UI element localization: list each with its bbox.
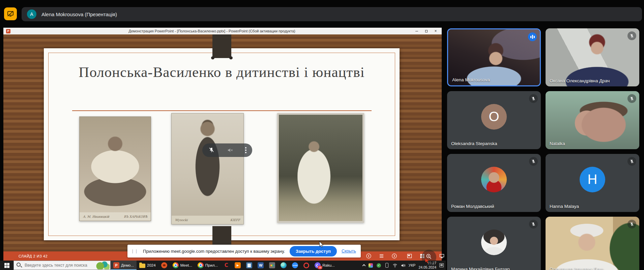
mic-off-icon bbox=[627, 157, 636, 166]
taskbar-app-powerpoint[interactable]: P Демо... bbox=[111, 261, 137, 270]
tile-controls-pill bbox=[202, 143, 252, 157]
zoom-into-slide-button[interactable] bbox=[421, 250, 436, 265]
presenter-header: A Alena Mokrousova (Презентація) bbox=[22, 7, 642, 21]
photo-schoolgirl-portrait: Wysocki KIEFF bbox=[171, 113, 244, 224]
hide-notification-link[interactable]: Скрыть bbox=[342, 249, 356, 253]
taskbar-app-word[interactable]: W bbox=[255, 261, 266, 270]
your-phone-icon[interactable] bbox=[384, 263, 389, 268]
slide-flag-icon[interactable] bbox=[407, 253, 412, 259]
windows-logo-icon bbox=[4, 263, 9, 268]
scanner-icon bbox=[269, 262, 275, 268]
language-indicator[interactable]: УКР bbox=[409, 263, 416, 267]
search-input[interactable] bbox=[24, 263, 91, 268]
drag-handle[interactable]: ❘❘ bbox=[131, 249, 138, 253]
viber-icon: 18 bbox=[315, 262, 321, 268]
participant-tile-maryna[interactable]: Марина Михайлівна Будзар bbox=[447, 217, 541, 270]
participant-video bbox=[546, 91, 639, 149]
taskbar-app-chrome-app[interactable]: Прил... bbox=[195, 261, 221, 270]
unpin-icon[interactable] bbox=[208, 147, 215, 154]
photo-garden-portrait bbox=[277, 113, 364, 223]
photo-avatar bbox=[481, 230, 507, 255]
app-label: Прил... bbox=[205, 263, 218, 267]
presenter-title: Alena Mokrousova (Презентація) bbox=[41, 11, 117, 17]
avatar: A bbox=[27, 9, 36, 19]
taskbar-app-viber[interactable]: 18 Raku... bbox=[312, 261, 337, 270]
paw-app-icon bbox=[161, 262, 167, 268]
powerpoint-app-icon: P bbox=[6, 29, 10, 33]
end-slideshow-icon[interactable] bbox=[439, 253, 445, 259]
next-slide-icon[interactable] bbox=[391, 253, 397, 259]
edge-icon bbox=[281, 262, 287, 268]
notification-message: Приложению meet.google.com предоставлен … bbox=[143, 249, 285, 254]
participant-tile-alena[interactable]: Alena Mokrousova bbox=[447, 28, 541, 86]
mic-off-icon bbox=[627, 31, 636, 40]
taskbar-app-opera[interactable] bbox=[301, 261, 312, 270]
network-icon[interactable] bbox=[392, 263, 398, 268]
antivirus-tray-icon[interactable]: ✓ bbox=[376, 263, 381, 268]
participant-tile-oleksandr[interactable]: Олександр Іванович Бонь bbox=[546, 217, 639, 270]
taskbar-app-chrome-meet[interactable]: Meet... bbox=[170, 261, 195, 270]
powerpoint-window: P Демонстрация PowerPoint - [Полонська-В… bbox=[3, 28, 442, 261]
taskbar-app-edge[interactable] bbox=[278, 261, 289, 270]
participant-tile-oksana[interactable]: Оксана Олександрівна Драч bbox=[546, 28, 639, 86]
participant-name: Hanna Malaya bbox=[550, 204, 579, 209]
photo2-studio-mark: Wysocki bbox=[175, 218, 188, 222]
speaking-indicator-icon bbox=[528, 32, 537, 41]
photo1-city-mark: ВЪ ХАРЬКОВѢ bbox=[124, 215, 147, 218]
participant-name: Natalka bbox=[550, 141, 565, 146]
taskbar-search[interactable] bbox=[13, 261, 111, 270]
taskbar-app-paw[interactable] bbox=[158, 261, 170, 270]
search-highlights-icon[interactable] bbox=[96, 261, 110, 269]
taskbar-app-media-orange[interactable]: ▶ bbox=[232, 261, 243, 270]
participant-name: Oleksandra Stepanska bbox=[451, 141, 497, 146]
mic-off-icon bbox=[529, 157, 538, 166]
screen-share-chip[interactable] bbox=[4, 7, 17, 20]
slideshow-stage: Полонська-Василенко в дитинстві і юнацтв… bbox=[3, 34, 442, 251]
mic-off-icon bbox=[529, 220, 538, 228]
stop-sharing-button[interactable]: Закрыть доступ bbox=[290, 246, 337, 256]
taskbar-app-media-red[interactable]: C bbox=[221, 261, 232, 270]
close-button[interactable]: × bbox=[431, 28, 440, 34]
action-center-icon[interactable] bbox=[439, 263, 444, 267]
restore-button[interactable] bbox=[421, 28, 431, 34]
viber-badge: 18 bbox=[318, 266, 322, 269]
chrome-icon bbox=[198, 262, 204, 268]
slide-counter: СЛАЙД 2 ИЗ 42 bbox=[3, 254, 48, 258]
mic-off-icon bbox=[529, 94, 538, 103]
red-c-player-icon: C bbox=[223, 262, 229, 268]
chrome-icon bbox=[173, 262, 179, 268]
pen-menu-icon[interactable] bbox=[379, 253, 384, 259]
taskbar: P Демо... 2024 Meet... Прил... C ▶ W bbox=[0, 261, 446, 270]
taskbar-app-scanner[interactable] bbox=[266, 261, 278, 270]
participant-name: Alena Mokrousova bbox=[452, 77, 490, 82]
word-icon: W bbox=[258, 262, 264, 268]
participant-video bbox=[546, 28, 639, 86]
hidden-icons-chevron[interactable] bbox=[362, 264, 365, 268]
participant-tile-oleksandra[interactable]: O Oleksandra Stepanska bbox=[447, 91, 541, 149]
previous-slide-icon[interactable] bbox=[366, 253, 372, 259]
minimize-button[interactable] bbox=[412, 28, 421, 34]
laser-pointer-arrow bbox=[425, 259, 430, 263]
zoom-icon: zoom bbox=[292, 262, 298, 268]
photo-avatar bbox=[481, 167, 507, 192]
more-options-icon[interactable] bbox=[245, 147, 246, 153]
start-button[interactable] bbox=[0, 263, 13, 268]
initial-avatar: H bbox=[580, 167, 605, 192]
participant-tile-roman[interactable]: Роман Молдавський bbox=[447, 154, 541, 212]
taskbar-app-folder[interactable]: 2024 bbox=[137, 261, 158, 270]
app-label: Meet... bbox=[180, 263, 192, 267]
slide-divider bbox=[72, 110, 372, 111]
taskbar-app-calculator[interactable] bbox=[243, 261, 255, 270]
participant-tile-hanna[interactable]: H Hanna Malaya bbox=[546, 154, 639, 212]
calculator-icon bbox=[246, 262, 252, 268]
app-label: 2024 bbox=[147, 263, 156, 267]
photos-tray-icon[interactable] bbox=[368, 263, 373, 268]
participant-name: Оксана Олександрівна Драч bbox=[550, 78, 610, 83]
taskbar-app-zoom[interactable]: zoom bbox=[289, 261, 301, 270]
initial-avatar: O bbox=[481, 104, 507, 130]
easel-clamp-top bbox=[212, 34, 231, 58]
participant-tile-natalka[interactable]: Natalka bbox=[546, 91, 639, 149]
volume-icon[interactable] bbox=[401, 263, 406, 268]
window-title: Демонстрация PowerPoint - [Полонська-Вас… bbox=[12, 29, 412, 33]
powerpoint-icon: P bbox=[113, 262, 119, 268]
